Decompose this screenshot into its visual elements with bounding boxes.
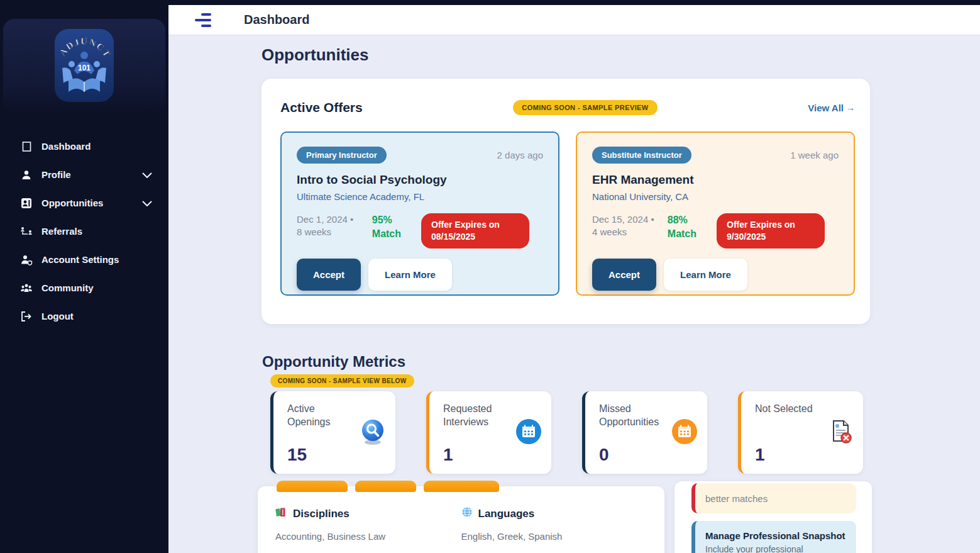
match-value: 88% (668, 213, 704, 227)
offer-organization: Ultimate Science Academy, FL (297, 191, 543, 202)
match-value: 95% (372, 213, 409, 227)
offer-title: Intro to Social Psychology (297, 173, 543, 187)
accept-button[interactable]: Accept (592, 259, 656, 291)
sidebar-item-label: Account Settings (41, 254, 119, 265)
metric-card-not-selected: Not Selected 1 (738, 391, 863, 474)
tab-pill[interactable] (424, 481, 499, 492)
offers-row: Primary Instructor 2 days ago Intro to S… (280, 131, 855, 296)
offer-title: EHR Management (592, 173, 839, 187)
rejected-doc-icon (827, 418, 854, 445)
top-bar: Dashboard (168, 5, 980, 35)
offer-card-top: Primary Instructor 2 days ago (297, 147, 543, 164)
books-icon (275, 506, 287, 521)
offer-card: Substitute Instructor 1 week ago EHR Man… (576, 131, 855, 296)
notification-text: better matches (705, 493, 768, 504)
offer-card: Primary Instructor 2 days ago Intro to S… (280, 131, 559, 296)
sidebar-item-opportunities[interactable]: Opportunities (0, 189, 168, 217)
active-offers-title: Active Offers (280, 100, 363, 115)
id-card-icon (20, 198, 33, 209)
menu-bar (195, 19, 211, 21)
sidebar-item-label: Profile (41, 169, 71, 180)
sidebar-item-logout[interactable]: Logout (0, 302, 168, 330)
offer-expires-badge: Offer Expires on 9/30/2025 (717, 213, 825, 249)
learn-more-button[interactable]: Learn More (664, 259, 747, 291)
calendar-icon (515, 418, 542, 445)
match-score: 95% Match (372, 213, 409, 240)
tab-pill[interactable] (355, 481, 416, 492)
sidebar-item-referrals[interactable]: Referrals (0, 217, 168, 245)
offer-expires-badge: Offer Expires on 08/15/2025 (421, 213, 529, 249)
metrics-title: Opportunity Metrics (262, 353, 405, 371)
disciplines-title: Disciplines (293, 508, 350, 520)
offer-date: Dec 1, 2024 • 8 weeks (297, 213, 360, 239)
notification-card-manage-snapshot[interactable]: Manage Professional Snapshot Include you… (691, 521, 856, 553)
posted-timestamp: 1 week ago (790, 150, 839, 160)
app-root: Dashboard ADJUNCT (0, 0, 980, 553)
sidebar-item-label: Opportunities (41, 198, 103, 208)
sidebar-item-profile[interactable]: Profile (0, 160, 168, 189)
metric-value: 1 (443, 445, 453, 465)
metric-card-active-openings: Active Openings 15 (270, 391, 395, 474)
view-all-link[interactable]: View All → (808, 103, 855, 113)
metric-value: 15 (287, 445, 307, 465)
metric-label: Active Openings (287, 403, 358, 429)
sidebar-item-label: Logout (41, 311, 74, 321)
metric-value: 0 (599, 445, 609, 465)
languages-title: Languages (478, 508, 535, 520)
accept-button[interactable]: Accept (297, 259, 361, 291)
sidebar-item-dashboard[interactable]: Dashboard (0, 132, 168, 160)
learn-more-button[interactable]: Learn More (368, 259, 452, 291)
metrics-coming-soon-badge: COMING SOON - SAMPLE VIEW BELOW (270, 374, 414, 388)
languages-section: Languages English, Greek, Spanish (461, 506, 647, 542)
languages-header: Languages (461, 506, 647, 521)
metric-label: Missed Opportunities (599, 403, 669, 429)
page-title: Opportunities (262, 45, 368, 65)
sidebar-item-label: Referrals (41, 226, 82, 237)
svg-text:101: 101 (78, 64, 91, 72)
notifications-panel: better matches Manage Professional Snaps… (674, 481, 872, 553)
profile-columns: Disciplines Accounting, Business Law (258, 486, 664, 542)
menu-icon[interactable] (195, 13, 211, 27)
chevron-down-icon[interactable] (142, 169, 152, 180)
menu-bar (201, 13, 211, 16)
person-icon (20, 169, 33, 181)
sidebar-item-account-settings[interactable]: Account Settings (0, 245, 168, 274)
match-label: Match (668, 227, 704, 241)
expires-line2: 9/30/2025 (727, 231, 815, 243)
profile-summary-card: Disciplines Accounting, Business Law (258, 486, 664, 553)
adjunct-logo: ADJUNCT 101 (55, 29, 114, 102)
match-score: 88% Match (668, 213, 704, 240)
coming-soon-badge: COMING SOON - SAMPLE PREVIEW (513, 100, 657, 115)
tab-pill[interactable] (277, 481, 348, 492)
dashboard-icon (20, 141, 33, 152)
metric-card-missed-opportunities: Missed Opportunities 0 (582, 391, 707, 474)
expires-line2: 08/15/2025 (431, 231, 519, 243)
offer-organization: National University, CA (592, 191, 839, 202)
languages-value: English, Greek, Spanish (461, 531, 647, 542)
logo-tile: ADJUNCT 101 (3, 19, 165, 112)
user-shield-icon (20, 254, 33, 265)
disciplines-header: Disciplines (275, 506, 461, 521)
posted-timestamp: 2 days ago (497, 150, 543, 160)
disciplines-value: Accounting, Business Law (275, 531, 461, 542)
globe-icon (461, 506, 473, 521)
metric-card-requested-interviews: Requested Interviews 1 (426, 391, 551, 474)
search-icon (359, 418, 387, 445)
offer-actions: Accept Learn More (297, 259, 543, 291)
header-title: Dashboard (244, 13, 309, 27)
role-badge: Primary Instructor (297, 147, 387, 164)
metric-label: Not Selected (755, 403, 825, 416)
sidebar-item-community[interactable]: Community (0, 274, 168, 302)
notification-card: better matches (691, 483, 856, 513)
sidebar-item-label: Dashboard (41, 141, 91, 152)
notification-body: Include your professional (705, 544, 846, 553)
offer-info-row: Dec 15, 2024 • 4 weeks 88% Match Offer E… (592, 213, 839, 249)
disciplines-section: Disciplines Accounting, Business Law (275, 506, 461, 542)
referrals-icon (20, 226, 33, 237)
chevron-down-icon[interactable] (142, 198, 152, 208)
sidebar: ADJUNCT 101 Dashboard (0, 0, 168, 553)
expires-line1: Offer Expires on (727, 219, 815, 231)
active-offers-header: Active Offers COMING SOON - SAMPLE PREVI… (280, 95, 855, 120)
menu-bar (201, 25, 211, 27)
role-badge: Substitute Instructor (592, 147, 691, 164)
